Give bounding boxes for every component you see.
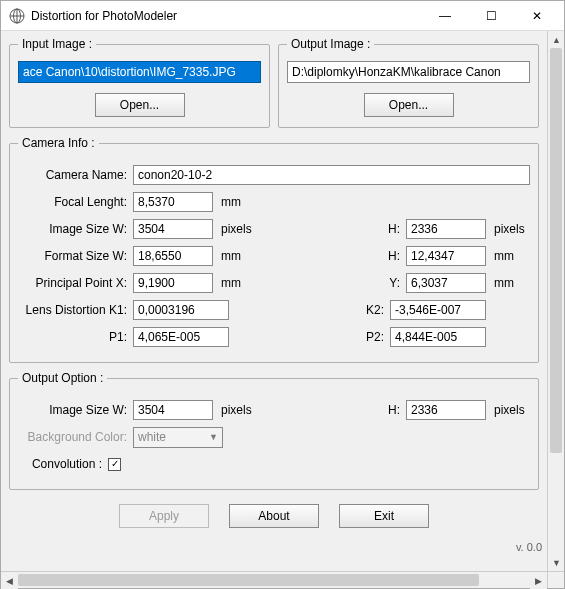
hscroll-track[interactable] bbox=[18, 572, 530, 588]
format-height-label: H: bbox=[376, 249, 406, 263]
output-image-path[interactable]: D:\diplomky\HonzaKM\kalibrace Canon bbox=[287, 61, 530, 83]
out-image-width-field[interactable] bbox=[133, 400, 213, 420]
k2-field[interactable] bbox=[390, 300, 486, 320]
out-image-height-field[interactable] bbox=[406, 400, 486, 420]
out-image-height-unit: pixels bbox=[486, 403, 530, 417]
titlebar: Distortion for PhotoModeler — ☐ ✕ bbox=[1, 1, 564, 31]
output-image-group: Output Image : D:\diplomky\HonzaKM\kalib… bbox=[278, 37, 539, 128]
out-image-width-unit: pixels bbox=[213, 403, 257, 417]
app-window: Distortion for PhotoModeler — ☐ ✕ Input … bbox=[0, 0, 565, 589]
output-image-path-text: D:\diplomky\HonzaKM\kalibrace Canon bbox=[292, 65, 501, 79]
focal-length-label: Focal Lenght: bbox=[18, 195, 133, 209]
about-button[interactable]: About bbox=[229, 504, 319, 528]
client-area: Input Image : ace Canon\10\distortion\IM… bbox=[1, 31, 564, 571]
image-width-field[interactable] bbox=[133, 219, 213, 239]
principal-y-label: Y: bbox=[376, 276, 406, 290]
apply-button: Apply bbox=[119, 504, 209, 528]
format-height-unit: mm bbox=[486, 249, 530, 263]
format-width-field[interactable] bbox=[133, 246, 213, 266]
principal-x-unit: mm bbox=[213, 276, 257, 290]
horizontal-scrollbar[interactable]: ◀ ▶ bbox=[1, 571, 547, 588]
principal-x-field[interactable] bbox=[133, 273, 213, 293]
output-image-legend: Output Image : bbox=[287, 37, 374, 51]
focal-length-unit: mm bbox=[213, 195, 257, 209]
vertical-scrollbar[interactable]: ▲ ▼ bbox=[547, 31, 564, 571]
check-icon: ✓ bbox=[111, 459, 119, 469]
output-option-group: Output Option : Image Size W: pixels H: … bbox=[9, 371, 539, 490]
vscroll-thumb[interactable] bbox=[550, 48, 562, 453]
camera-name-field[interactable] bbox=[133, 165, 530, 185]
format-height-field[interactable] bbox=[406, 246, 486, 266]
input-open-button[interactable]: Open... bbox=[95, 93, 185, 117]
image-height-unit: pixels bbox=[486, 222, 530, 236]
exit-label: Exit bbox=[374, 509, 394, 523]
principal-y-field[interactable] bbox=[406, 273, 486, 293]
k2-label: K2: bbox=[360, 303, 390, 317]
output-open-label: Open... bbox=[389, 98, 428, 112]
scroll-up-icon[interactable]: ▲ bbox=[548, 31, 564, 48]
resize-grip[interactable] bbox=[547, 571, 564, 588]
principal-x-label: Principal Point X: bbox=[18, 276, 133, 290]
minimize-button[interactable]: — bbox=[422, 1, 468, 31]
about-label: About bbox=[258, 509, 289, 523]
camera-name-label: Camera Name: bbox=[18, 168, 133, 182]
app-icon bbox=[9, 8, 25, 24]
principal-y-unit: mm bbox=[486, 276, 530, 290]
apply-label: Apply bbox=[149, 509, 179, 523]
convolution-label: Convolution : bbox=[18, 457, 108, 471]
maximize-icon: ☐ bbox=[486, 9, 497, 23]
output-option-legend: Output Option : bbox=[18, 371, 107, 385]
convolution-checkbox[interactable]: ✓ bbox=[108, 458, 121, 471]
input-image-legend: Input Image : bbox=[18, 37, 96, 51]
background-color-combo: white ▼ bbox=[133, 427, 223, 448]
input-image-path[interactable]: ace Canon\10\distortion\IMG_7335.JPG bbox=[18, 61, 261, 83]
input-open-label: Open... bbox=[120, 98, 159, 112]
version-text: v. 0.0 bbox=[516, 541, 542, 553]
vscroll-track[interactable] bbox=[548, 48, 564, 554]
maximize-button[interactable]: ☐ bbox=[468, 1, 514, 31]
close-icon: ✕ bbox=[532, 9, 542, 23]
background-color-value: white bbox=[138, 430, 166, 444]
image-height-label: H: bbox=[376, 222, 406, 236]
close-button[interactable]: ✕ bbox=[514, 1, 560, 31]
k1-field[interactable] bbox=[133, 300, 229, 320]
out-image-height-label: H: bbox=[376, 403, 406, 417]
minimize-icon: — bbox=[439, 9, 451, 23]
image-height-field[interactable] bbox=[406, 219, 486, 239]
p1-label: P1: bbox=[18, 330, 133, 344]
window-buttons: — ☐ ✕ bbox=[422, 1, 560, 31]
p1-field[interactable] bbox=[133, 327, 229, 347]
scroll-right-icon[interactable]: ▶ bbox=[530, 572, 547, 589]
camera-info-legend: Camera Info : bbox=[18, 136, 99, 150]
background-color-label: Background Color: bbox=[18, 430, 133, 444]
scroll-down-icon[interactable]: ▼ bbox=[548, 554, 564, 571]
chevron-down-icon: ▼ bbox=[209, 432, 218, 442]
input-image-path-text: ace Canon\10\distortion\IMG_7335.JPG bbox=[23, 65, 236, 79]
scroll-left-icon[interactable]: ◀ bbox=[1, 572, 18, 589]
content-area: Input Image : ace Canon\10\distortion\IM… bbox=[1, 31, 547, 571]
output-open-button[interactable]: Open... bbox=[364, 93, 454, 117]
focal-length-field[interactable] bbox=[133, 192, 213, 212]
image-width-unit: pixels bbox=[213, 222, 257, 236]
out-image-width-label: Image Size W: bbox=[18, 403, 133, 417]
camera-info-group: Camera Info : Camera Name: Focal Lenght:… bbox=[9, 136, 539, 363]
k1-label: Lens Distortion K1: bbox=[18, 303, 133, 317]
p2-label: P2: bbox=[360, 330, 390, 344]
exit-button[interactable]: Exit bbox=[339, 504, 429, 528]
image-width-label: Image Size W: bbox=[18, 222, 133, 236]
p2-field[interactable] bbox=[390, 327, 486, 347]
window-title: Distortion for PhotoModeler bbox=[31, 9, 422, 23]
hscroll-thumb[interactable] bbox=[18, 574, 479, 586]
format-width-unit: mm bbox=[213, 249, 257, 263]
format-width-label: Format Size W: bbox=[18, 249, 133, 263]
bottom-button-bar: Apply About Exit bbox=[9, 498, 539, 530]
input-image-group: Input Image : ace Canon\10\distortion\IM… bbox=[9, 37, 270, 128]
